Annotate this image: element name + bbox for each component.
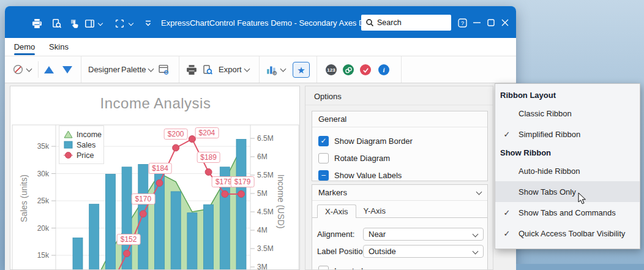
checkmark-icon: ✓ — [495, 130, 519, 139]
chart-legend: Income Sales Price — [59, 126, 104, 164]
triangle-down-icon — [62, 66, 72, 73]
tab-x-axis[interactable]: X-Axis — [317, 204, 356, 218]
right-axis-tick-label: 5.5M — [257, 171, 274, 179]
info-badge-button[interactable]: i — [378, 64, 389, 75]
checkbox-unchecked-icon — [318, 153, 329, 163]
legend-item-income: Income — [64, 129, 103, 140]
tab-demo[interactable]: Demo — [14, 38, 35, 56]
sales-bar — [89, 204, 99, 270]
bar-marker-icon — [64, 141, 73, 149]
left-axis-tick-label: 20k — [37, 224, 50, 233]
menu-item-show-tabs-and-commands[interactable]: ✓ Show Tabs and Commands — [495, 202, 640, 223]
no-fill-button[interactable] — [10, 56, 34, 83]
markers-groupbox: Markers X-Axis Y-Axis Alignment: Near — [312, 184, 488, 270]
numbers-badge-button[interactable]: 123 — [326, 64, 337, 75]
search-placeholder: Search — [377, 18, 402, 27]
alignment-dropdown[interactable]: Near — [363, 228, 484, 241]
star-icon: ★ — [297, 66, 305, 75]
divider — [305, 105, 493, 105]
check-icon — [362, 67, 369, 73]
chart-plot: 35k30k25k20k15k6.5M6M5.5M5M4.5M4M3.5M3M — [10, 86, 300, 270]
hand-tool-icon[interactable] — [69, 17, 81, 29]
tab-skins[interactable]: Skins — [48, 38, 70, 56]
right-axis-tick-label: 6.5M — [257, 134, 274, 143]
price-point — [238, 190, 245, 197]
app-window: ExpressChartControl Features Demo - Seco… — [5, 6, 516, 270]
chevron-down-icon — [280, 66, 286, 72]
ribbon-print-button[interactable] — [184, 56, 200, 83]
move-down-button[interactable] — [60, 56, 75, 83]
markers-header[interactable]: Markers — [312, 185, 487, 201]
menu-item-simplified-ribbon[interactable]: ✓ Simplified Ribbon — [495, 124, 640, 144]
print-icon[interactable] — [31, 17, 43, 29]
group-separator — [179, 56, 179, 83]
sales-bar — [220, 167, 230, 270]
selection-brackets-icon[interactable] — [113, 17, 125, 29]
document-magnifier-icon — [202, 64, 213, 75]
alignment-label: Alignment: — [317, 230, 354, 239]
menu-item-auto-hide-ribbon[interactable]: Auto-hide Ribbon — [495, 160, 640, 181]
window-title: ExpressChartControl Features Demo - Seco… — [161, 7, 380, 39]
move-up-button[interactable] — [42, 56, 56, 83]
favorite-toggle-button[interactable]: ★ — [293, 62, 310, 78]
maximize-button[interactable] — [484, 17, 498, 29]
label-position-field: Label Position: Outside — [312, 245, 487, 258]
ribbon-toolbar: Designer Palette ⚙ Export ⚙ ★ 123 — [5, 56, 516, 83]
group-separator — [401, 56, 402, 83]
checkbox-show-diagram-border[interactable]: ✓ Show Diagram Border — [312, 132, 487, 149]
price-point — [124, 250, 130, 257]
svg-text:⚙: ⚙ — [163, 69, 168, 75]
export-button[interactable]: Export — [216, 56, 252, 83]
link-badge-button[interactable] — [343, 64, 354, 75]
group-separator — [259, 56, 260, 83]
left-axis-tick-label: 35k — [37, 142, 50, 151]
menu-item-qat-visibility[interactable]: ✓ Quick Access Toolbar Visibility — [495, 223, 640, 244]
checkbox-show-value-labels[interactable]: – Show Value Labels — [312, 167, 487, 184]
title-bar: ExpressChartControl Features Demo - Seco… — [5, 6, 516, 38]
search-icon — [365, 18, 374, 27]
search-input[interactable]: Search — [361, 15, 451, 31]
chart-panel: Income Analysis 35k30k25k20k15k6.5M6M5.5… — [10, 86, 300, 270]
menu-item-classic-ribbon[interactable]: Classic Ribbon — [495, 103, 640, 124]
right-axis-tick-label: 5M — [257, 189, 268, 198]
right-axis-tick-label: 3.5M — [257, 244, 274, 253]
taskbar-edge — [516, 264, 644, 270]
active-tab-underline — [14, 53, 35, 55]
price-point — [140, 211, 146, 217]
legend-item-sales: Sales — [64, 140, 103, 150]
panel-layout-dropdown-icon[interactable] — [97, 17, 104, 29]
close-button[interactable] — [498, 17, 512, 29]
panel-layout-icon[interactable] — [83, 17, 95, 29]
check-badge-button[interactable] — [360, 64, 371, 75]
chart-gear-icon: ⚙ — [266, 64, 278, 76]
print-preview-icon[interactable] — [50, 17, 62, 29]
selection-dropdown-icon[interactable] — [127, 17, 135, 29]
customize-qat-icon[interactable] — [142, 17, 154, 29]
right-axis-tick-label: 6M — [257, 152, 268, 161]
designer-button[interactable]: Designer — [86, 56, 122, 83]
chevron-down-icon — [476, 189, 482, 195]
minimize-button[interactable] — [470, 17, 484, 29]
price-point — [189, 136, 195, 143]
checkbox-rotate-diagram[interactable]: Rotate Diagram — [312, 149, 487, 167]
menu-item-show-tabs-only[interactable]: Show Tabs Only — [495, 181, 640, 202]
tab-y-axis[interactable]: Y-Axis — [356, 204, 393, 218]
ribbon-preview-button[interactable] — [200, 56, 215, 83]
chart-settings-button[interactable]: ⚙ — [263, 56, 288, 83]
legend-item-price: Price — [64, 150, 103, 160]
price-point — [156, 179, 163, 186]
help-button[interactable]: ? — [455, 17, 469, 29]
customization-form-button[interactable]: ⚙ — [155, 56, 172, 83]
printer-icon — [186, 64, 197, 75]
ribbon-tab-row: Demo Skins — [5, 38, 516, 56]
sales-bar — [171, 192, 181, 270]
sales-bar — [73, 238, 83, 270]
palette-button[interactable]: Palette — [119, 56, 155, 83]
checkbox-indeterminate-icon: – — [318, 170, 329, 181]
checkbox-inverted[interactable]: Inverted — [312, 262, 487, 270]
chevron-down-icon — [148, 66, 154, 72]
axis-tabs: X-Axis Y-Axis — [317, 204, 393, 218]
desktop: { "window": { "title": "ExpressChartCont… — [0, 0, 644, 270]
left-axis-tick-label: 15k — [37, 251, 50, 260]
label-position-dropdown[interactable]: Outside — [363, 245, 484, 258]
